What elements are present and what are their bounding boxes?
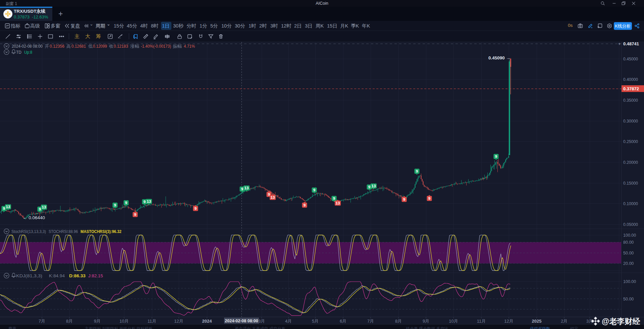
svg-text:10月: 10月 <box>119 319 128 324</box>
svg-text:收: 收 <box>109 44 114 49</box>
svg-text:13: 13 <box>336 201 340 205</box>
svg-text:0.12099: 0.12099 <box>93 44 107 49</box>
svg-text:← 0.06440: ← 0.06440 <box>23 215 45 220</box>
svg-text:9: 9 <box>403 197 405 201</box>
svg-text:7月: 7月 <box>39 319 45 324</box>
svg-text:StochRSI(13,13,3,3): StochRSI(13,13,3,3) <box>11 229 46 234</box>
svg-text:0.05000: 0.05000 <box>623 222 638 227</box>
svg-text:MASTOCHRSI(3):96.32: MASTOCHRSI(3):96.32 <box>80 229 121 234</box>
svg-text:+: + <box>618 42 621 46</box>
svg-text:80.00: 80.00 <box>623 240 634 245</box>
svg-text:高: 高 <box>66 44 71 49</box>
svg-text:9: 9 <box>241 187 243 191</box>
svg-text:9: 9 <box>134 213 136 217</box>
svg-text:KDJ(81,3,3): KDJ(81,3,3) <box>16 273 42 278</box>
svg-text:9: 9 <box>333 196 335 200</box>
svg-text:8月: 8月 <box>395 319 402 324</box>
svg-text:9: 9 <box>125 201 127 205</box>
svg-text:0.25000: 0.25000 <box>623 139 638 144</box>
svg-text:9: 9 <box>368 185 370 189</box>
svg-text:50.00: 50.00 <box>623 251 634 255</box>
svg-text:TD: TD <box>16 50 21 55</box>
svg-text:0.20000: 0.20000 <box>623 160 638 165</box>
svg-text:9: 9 <box>304 203 306 207</box>
svg-text:0.45090 →: 0.45090 → <box>488 55 511 60</box>
svg-text:12月: 12月 <box>504 319 513 324</box>
svg-text:13: 13 <box>42 205 46 209</box>
svg-text:7月: 7月 <box>367 319 374 324</box>
svg-text:4月: 4月 <box>285 319 292 324</box>
svg-text:STOCHRSI:88.96: STOCHRSI:88.96 <box>49 229 78 234</box>
svg-text:10月: 10月 <box>449 319 458 324</box>
svg-text:2025: 2025 <box>532 319 542 324</box>
svg-text:费率: 费率 <box>8 326 16 329</box>
svg-text:13: 13 <box>147 199 151 203</box>
svg-text:9: 9 <box>313 188 315 192</box>
svg-text:11月: 11月 <box>477 319 486 324</box>
svg-text:9月: 9月 <box>94 319 101 324</box>
svg-text:@老李财经: @老李财经 <box>602 317 640 326</box>
svg-text:K:84.94: K:84.94 <box>49 273 65 278</box>
svg-text:0.15000: 0.15000 <box>623 181 638 186</box>
svg-text:涨幅: 涨幅 <box>130 44 140 49</box>
svg-text:50.00: 50.00 <box>623 297 634 301</box>
svg-text:13: 13 <box>6 205 10 209</box>
svg-text:0.12356: 0.12356 <box>50 44 64 49</box>
svg-text:100.00: 100.00 <box>623 279 636 284</box>
svg-text:9: 9 <box>195 206 197 210</box>
svg-text:9: 9 <box>39 207 41 211</box>
svg-text:J:82.15: J:82.15 <box>88 273 103 278</box>
svg-text:12月: 12月 <box>174 319 183 324</box>
svg-text:2024: 2024 <box>202 319 212 324</box>
svg-text:6月: 6月 <box>340 319 346 324</box>
svg-text:9月: 9月 <box>423 319 429 324</box>
svg-text:振幅: 振幅 <box>173 44 182 49</box>
svg-text:锁定: 锁定 <box>570 326 578 329</box>
svg-text:9: 9 <box>428 196 430 200</box>
svg-text:D:86.33: D:86.33 <box>69 273 86 278</box>
svg-text:11月: 11月 <box>148 319 157 324</box>
svg-text:主图指标 副图指标 画线分析 指标模板: 主图指标 副图指标 画线分析 指标模板 <box>85 326 153 329</box>
svg-text:0.30000: 0.30000 <box>623 119 638 124</box>
svg-text:9: 9 <box>416 169 418 173</box>
svg-text:9: 9 <box>495 154 497 158</box>
svg-text:资金流向 大单成交 成交分布: 资金流向 大单成交 成交分布 <box>235 326 285 329</box>
svg-text:0.10000: 0.10000 <box>623 201 638 206</box>
svg-text:8月: 8月 <box>66 319 73 324</box>
svg-text:0.40000: 0.40000 <box>623 77 638 82</box>
svg-text:3月: 3月 <box>258 319 265 324</box>
svg-text:9: 9 <box>3 206 5 210</box>
svg-text:0.12681: 0.12681 <box>71 44 86 49</box>
svg-text:0.45000: 0.45000 <box>623 57 638 61</box>
svg-text:13: 13 <box>372 184 376 188</box>
svg-text:0.35000: 0.35000 <box>623 98 638 103</box>
svg-text:持仓量 爆仓数据 多空比: 持仓量 爆仓数据 多空比 <box>406 326 448 329</box>
svg-text:低: 低 <box>88 44 93 49</box>
svg-text:0.12183: 0.12183 <box>114 44 128 49</box>
svg-text:9: 9 <box>144 200 146 204</box>
svg-text:开: 开 <box>45 44 49 49</box>
svg-text:2024-02-08 08:00: 2024-02-08 08:00 <box>225 319 258 323</box>
svg-text:4.71%: 4.71% <box>184 44 195 49</box>
svg-text:13: 13 <box>245 186 249 190</box>
svg-text:20.00: 20.00 <box>623 261 634 266</box>
svg-text:5月: 5月 <box>312 319 319 324</box>
svg-text:Up:8: Up:8 <box>24 50 32 55</box>
svg-text:0.37872: 0.37872 <box>623 86 639 91</box>
svg-text:2024-02-08 08:00: 2024-02-08 08:00 <box>12 44 43 49</box>
svg-text:值得买指数: 值得买指数 <box>530 326 550 329</box>
svg-text:0.48741: 0.48741 <box>623 42 639 46</box>
svg-text:-1.40%(-0.00173): -1.40%(-0.00173) <box>141 44 171 49</box>
svg-text:9: 9 <box>114 203 116 207</box>
svg-text:2月: 2月 <box>561 319 568 324</box>
svg-text:13: 13 <box>271 195 275 199</box>
svg-text:100.00: 100.00 <box>623 233 636 238</box>
